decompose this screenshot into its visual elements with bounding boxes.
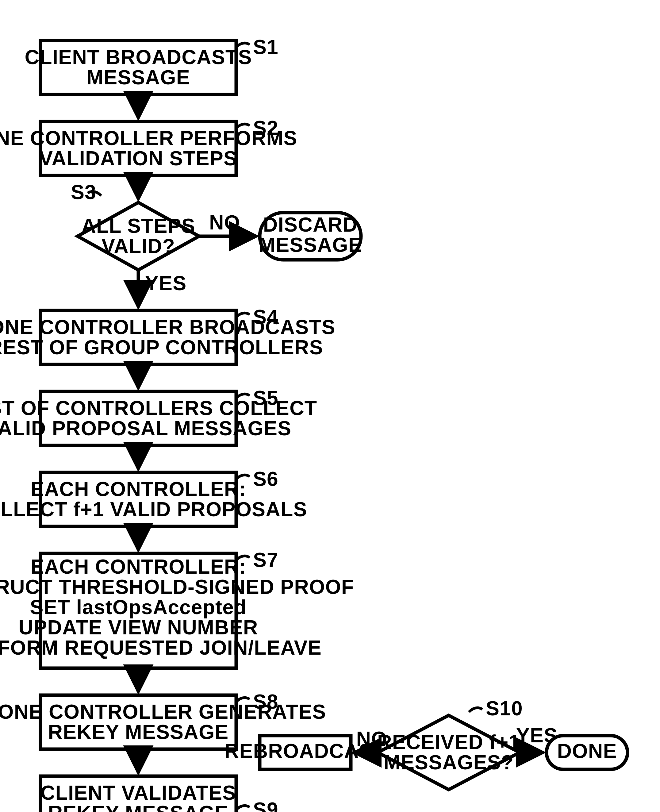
svg-text:YES: YES: [145, 272, 186, 294]
node-s10: RECEIVED f+1 MESSAGES? S10: [377, 697, 523, 790]
node-rebroadcast: REBROADCAST: [224, 736, 386, 769]
svg-text:EACH CONTROLLER:: EACH CONTROLLER:: [30, 478, 246, 501]
node-s6: EACH CONTROLLER: COLLECT f+1 VALID PROPO…: [0, 467, 307, 526]
svg-text:MESSAGE: MESSAGE: [259, 234, 362, 256]
node-s4: THE ONE CONTROLLER BROADCASTS TO REST OF…: [0, 305, 336, 364]
svg-text:S9: S9: [253, 798, 278, 812]
svg-text:S10: S10: [486, 697, 523, 720]
svg-text:ALL STEPS: ALL STEPS: [81, 215, 195, 237]
svg-text:SET lastOpsAccepted: SET lastOpsAccepted: [30, 596, 247, 618]
svg-text:S4: S4: [253, 305, 278, 328]
node-s1: CLIENT BROADCASTS MESSAGE S1: [25, 36, 278, 94]
svg-text:S2: S2: [253, 116, 278, 139]
svg-text:THE ONE CONTROLLER BROADCASTS: THE ONE CONTROLLER BROADCASTS: [0, 316, 336, 338]
svg-text:S3: S3: [71, 181, 96, 203]
node-done: DONE: [547, 736, 627, 769]
edge-s3-s4: YES: [138, 270, 186, 307]
node-s9: CLIENT VALIDATES REKEY MESSAGE S9: [40, 776, 278, 812]
svg-text:S1: S1: [253, 36, 278, 58]
svg-text:DONE: DONE: [557, 740, 617, 762]
svg-text:S7: S7: [253, 548, 278, 571]
svg-text:COLLECT f+1 VALID PROPOSALS: COLLECT f+1 VALID PROPOSALS: [0, 498, 307, 521]
svg-text:MESSAGES?: MESSAGES?: [384, 751, 514, 774]
node-discard: DISCARD MESSAGE: [259, 213, 362, 260]
svg-text:S8: S8: [253, 690, 278, 713]
svg-text:REKEY MESSAGE: REKEY MESSAGE: [48, 802, 229, 812]
svg-text:UPDATE VIEW NUMBER: UPDATE VIEW NUMBER: [18, 616, 258, 639]
svg-text:TO REST OF GROUP CONTROLLERS: TO REST OF GROUP CONTROLLERS: [0, 336, 323, 359]
svg-text:DISCARD: DISCARD: [263, 213, 358, 236]
node-s2: ONE CONTROLLER PERFORMS VALIDATION STEPS…: [0, 116, 297, 175]
node-s3: ALL STEPS VALID? S3: [71, 181, 199, 270]
svg-text:EACH CONTROLLER:: EACH CONTROLLER:: [30, 555, 246, 578]
svg-text:REBROADCAST: REBROADCAST: [224, 740, 386, 762]
svg-text:VALIDATION STEPS: VALIDATION STEPS: [39, 147, 237, 170]
svg-text:VALID PROPOSAL MESSAGES: VALID PROPOSAL MESSAGES: [0, 417, 291, 440]
node-s5: REST OF CONTROLLERS COLLECT VALID PROPOS…: [0, 386, 317, 445]
svg-text:S6: S6: [253, 467, 278, 490]
svg-text:RECEIVED f+1: RECEIVED f+1: [377, 731, 520, 753]
svg-text:NO: NO: [209, 211, 240, 234]
svg-text:CONSTRUCT THRESHOLD-SIGNED PRO: CONSTRUCT THRESHOLD-SIGNED PROOF: [0, 575, 354, 598]
svg-text:REKEY MESSAGE: REKEY MESSAGE: [48, 721, 229, 743]
edge-s3-discard: NO: [199, 211, 256, 236]
flowchart: CLIENT BROADCASTS MESSAGE S1 ONE CONTROL…: [0, 0, 660, 812]
svg-text:CLIENT VALIDATES: CLIENT VALIDATES: [40, 781, 236, 804]
svg-text:MESSAGE: MESSAGE: [86, 66, 190, 89]
svg-text:PERFORM REQUESTED JOIN/LEAVE: PERFORM REQUESTED JOIN/LEAVE: [0, 636, 322, 659]
node-s7: EACH CONTROLLER: CONSTRUCT THRESHOLD-SIG…: [0, 548, 354, 668]
svg-text:VALID?: VALID?: [102, 235, 175, 257]
svg-text:S5: S5: [253, 386, 278, 409]
svg-text:CLIENT BROADCASTS: CLIENT BROADCASTS: [25, 46, 252, 68]
